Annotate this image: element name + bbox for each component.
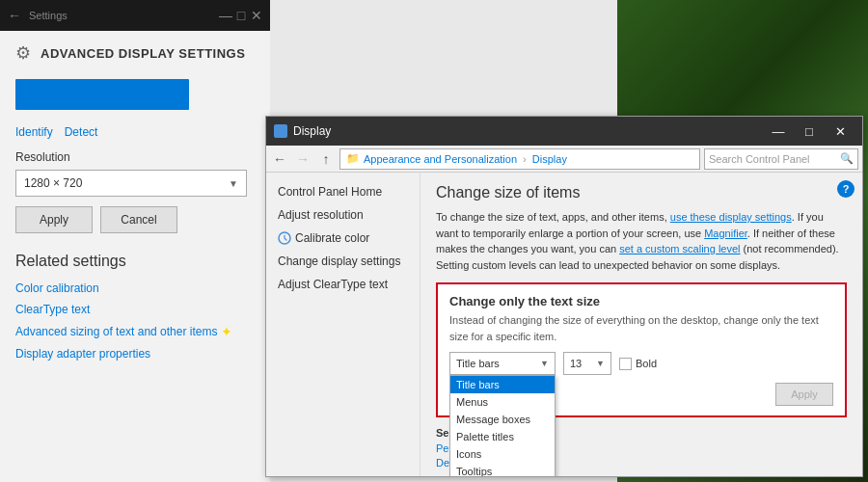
advanced-sizing-link: Advanced sizing of text and other items [15, 325, 217, 338]
breadcrumb-text: Appearance and Personalization › Display [364, 153, 567, 165]
cp-main-content: ? Change size of items To change the siz… [420, 173, 862, 476]
display-adapter-link[interactable]: Display adapter properties [15, 347, 255, 361]
custom-scaling-link[interactable]: set a custom scaling level [619, 243, 740, 254]
cleartype-text-link[interactable]: ClearType text [15, 303, 255, 316]
font-size-value: 13 [570, 358, 582, 369]
search-box: Search Control Panel 🔍 [704, 148, 858, 170]
dropdown-item-titlebars[interactable]: Title bars [450, 376, 555, 393]
identify-link[interactable]: Identify [15, 125, 53, 139]
breadcrumb-display[interactable]: Display [532, 153, 567, 165]
change-size-title: Change size of items [436, 184, 847, 201]
cp-minimize-button[interactable]: — [764, 121, 793, 141]
cp-addressbar: ← → ↑ 📁 Appearance and Personalization ›… [266, 146, 862, 173]
settings-body: Identify Detect Resolution 1280 × 720 ▼ … [0, 118, 270, 376]
dropdown-item-messageboxes[interactable]: Message boxes [450, 411, 555, 428]
advanced-sizing-link-row[interactable]: Advanced sizing of text and other items … [15, 324, 255, 339]
calibrate-color-label: Calibrate color [295, 231, 369, 245]
star-icon: ✦ [221, 324, 232, 339]
settings-close-button[interactable]: ✕ [251, 10, 262, 21]
bold-checkbox-row: Bold [619, 358, 657, 370]
cancel-button[interactable]: Cancel [100, 206, 177, 233]
settings-titlebar: ← Settings — □ ✕ [0, 0, 270, 31]
text-size-apply-button[interactable]: Apply [775, 383, 833, 406]
settings-back-icon[interactable]: ← [8, 8, 21, 23]
display-preview-bar [15, 79, 189, 110]
text-size-title: Change only the text size [449, 294, 833, 308]
settings-title-text: Settings [29, 10, 68, 21]
dropdown-arrow-icon: ▼ [540, 359, 549, 368]
nav-item-home[interactable]: Control Panel Home [266, 180, 420, 203]
search-placeholder: Search Control Panel [709, 153, 836, 165]
cp-titlebar: Display — □ ✕ [266, 117, 862, 146]
item-type-dropdown[interactable]: Title bars ▼ [449, 352, 556, 375]
breadcrumb-appearance[interactable]: Appearance and Personalization [364, 153, 517, 165]
apply-button[interactable]: Apply [15, 206, 93, 233]
item-type-selected: Title bars [456, 358, 500, 369]
back-button[interactable]: ← [270, 149, 289, 169]
settings-maximize-button[interactable]: □ [235, 10, 247, 21]
up-button[interactable]: ↑ [316, 149, 336, 169]
breadcrumb-folder-icon: 📁 [346, 152, 360, 165]
resolution-label: Resolution [15, 150, 255, 164]
nav-item-cleartype[interactable]: Adjust ClearType text [266, 273, 420, 296]
nav-item-calibrate[interactable]: Calibrate color [266, 227, 420, 250]
change-size-description: To change the size of text, apps, and ot… [436, 209, 847, 273]
control-panel-window: Display — □ ✕ ← → ↑ 📁 Appearance and Per… [265, 116, 863, 477]
cp-titlebar-left: Display [274, 124, 331, 138]
settings-window: ← Settings — □ ✕ ⚙ ADVANCED DISPLAY SETT… [0, 0, 270, 482]
resolution-value: 1280 × 720 [24, 176, 82, 190]
magnifier-link[interactable]: Magnifier [704, 228, 747, 239]
settings-links-row: Identify Detect [15, 125, 255, 139]
calibrate-icon [278, 231, 291, 245]
settings-window-controls: — □ ✕ [220, 10, 262, 21]
settings-action-buttons: Apply Cancel [15, 206, 255, 233]
dropdown-item-tooltips[interactable]: Tooltips [450, 463, 555, 476]
text-size-controls-row: Title bars ▼ Title bars Menus Message bo… [449, 352, 833, 375]
detect-link[interactable]: Detect [65, 125, 98, 139]
cp-window-controls: — □ ✕ [764, 121, 854, 141]
settings-page-title: ADVANCED DISPLAY SETTINGS [41, 46, 245, 61]
search-icon[interactable]: 🔍 [840, 152, 854, 165]
settings-minimize-button[interactable]: — [220, 10, 231, 21]
display-icon [274, 124, 287, 138]
help-button[interactable]: ? [837, 180, 854, 198]
font-size-dropdown[interactable]: 13 ▼ [563, 352, 611, 375]
cp-nav: Control Panel Home Adjust resolution Cal… [266, 173, 420, 476]
breadcrumb-separator: › [523, 153, 529, 165]
cp-body: Control Panel Home Adjust resolution Cal… [266, 173, 862, 476]
item-type-dropdown-menu: Title bars Menus Message boxes Palette t… [449, 375, 556, 476]
nav-item-display-settings[interactable]: Change display settings [266, 250, 420, 273]
cp-close-button[interactable]: ✕ [826, 121, 854, 141]
settings-titlebar-left: ← Settings [8, 8, 68, 23]
forward-button[interactable]: → [293, 149, 312, 169]
resolution-dropdown[interactable]: 1280 × 720 ▼ [15, 170, 247, 197]
chevron-down-icon: ▼ [229, 178, 238, 189]
nav-item-resolution[interactable]: Adjust resolution [266, 203, 420, 227]
display-settings-link[interactable]: use these display settings [670, 211, 792, 223]
item-type-dropdown-wrapper: Title bars ▼ Title bars Menus Message bo… [449, 352, 556, 375]
dropdown-item-icons[interactable]: Icons [450, 445, 555, 463]
dropdown-item-palettetitles[interactable]: Palette titles [450, 428, 555, 445]
size-dropdown-arrow-icon: ▼ [596, 359, 605, 368]
gear-icon: ⚙ [15, 42, 31, 64]
color-calibration-link[interactable]: Color calibration [15, 281, 255, 295]
cp-window-title: Display [293, 124, 331, 138]
text-size-description: Instead of changing the size of everythi… [449, 312, 833, 344]
breadcrumb: 📁 Appearance and Personalization › Displ… [339, 148, 700, 170]
bold-label: Bold [636, 358, 657, 369]
text-size-section: Change only the text size Instead of cha… [436, 282, 847, 417]
settings-header: ⚙ ADVANCED DISPLAY SETTINGS [0, 31, 270, 71]
dropdown-item-menus[interactable]: Menus [450, 393, 555, 411]
cp-maximize-button[interactable]: □ [795, 121, 824, 141]
related-settings-title: Related settings [15, 253, 255, 270]
bold-checkbox-input[interactable] [619, 358, 632, 370]
